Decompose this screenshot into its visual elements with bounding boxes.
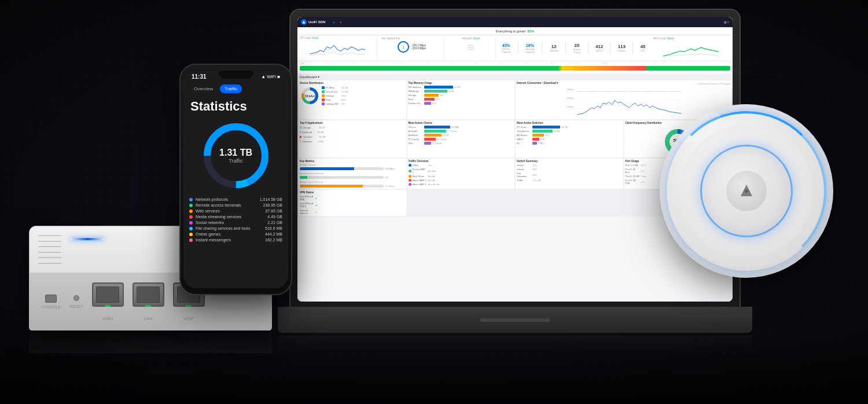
reset-label: RESET xyxy=(69,304,83,308)
as-title: Most Active Switches xyxy=(517,122,622,124)
divider-6 xyxy=(632,42,633,54)
reset-button[interactable] xyxy=(73,295,79,301)
ac-row-4: PC Laptop10 Clients xyxy=(409,138,514,141)
vs-s1: ● xyxy=(315,197,317,200)
lan-port-group: LAN xyxy=(133,282,164,321)
dd-row-2: Tony Room57 GB xyxy=(322,90,348,93)
switch-summary-panel: Switch Summary Global10 x Clients50% Por… xyxy=(516,159,623,189)
tm-v3: 34% xyxy=(440,94,444,97)
network-status: Good xyxy=(473,37,480,40)
divider-4 xyxy=(588,42,589,54)
tm-v5: 10% xyxy=(432,102,437,105)
dd-content: 33 kArr IP Office91 GB Tony Room57 GB St… xyxy=(300,86,405,106)
dd-val-2: 57 GB xyxy=(341,90,348,93)
svg-marker-0 xyxy=(303,21,306,24)
to-v5: Ann 2h abc xyxy=(428,183,440,186)
tm-b4 xyxy=(424,98,435,101)
metric-iot-label: IoT xyxy=(640,49,645,52)
phone-traffic-label: Traffic xyxy=(219,158,252,164)
to-row-5: Macro MBP 2 Ann 2h abc xyxy=(409,183,514,186)
timeline-bar xyxy=(300,66,730,71)
metric-iot: 45 IoT xyxy=(640,44,645,52)
ta-val-4: 8 GB xyxy=(318,140,323,143)
metric-ap: 20 AccessPoints xyxy=(573,43,581,54)
km-row-2: 9% xyxy=(300,176,405,179)
to-l3: Back Room xyxy=(413,175,427,178)
top-apps-panel: Top 5 Applications G Google 22 GT f Face… xyxy=(299,120,406,157)
pu-v3: 3 xxx xyxy=(641,175,646,178)
tm-row-3: Storage34% xyxy=(409,94,514,97)
router-led-top xyxy=(70,238,105,240)
status-text: Everything is great! xyxy=(496,30,525,33)
tm-row-2: NM Arrays33 kB xyxy=(409,90,514,93)
vs-s2: ● xyxy=(315,204,317,207)
to-v2: Ann Abc xyxy=(428,170,437,172)
to-v1: 5 xx xyxy=(428,164,432,167)
nav-item-2[interactable]: ≡ xyxy=(338,20,343,24)
as-row-2: Tony Annex34 AB xyxy=(517,130,622,133)
as-b1 xyxy=(532,126,560,128)
ap-ring2 xyxy=(700,145,793,237)
access-point xyxy=(660,104,833,278)
tl-14: 2 xyxy=(631,63,632,65)
battery-icon: ■ xyxy=(277,74,280,79)
key-metrics-panel: Key Metrics Average Capacity 500 Mbps Av… xyxy=(299,159,406,189)
km-eff-label: Average Switch Efficiency xyxy=(300,181,405,183)
top-right-info: ▦ ≡ xyxy=(724,20,729,24)
phone-body: 11:31 ▲ WiFi ■ Overview Traffic Statisti… xyxy=(179,64,292,295)
tab-overview[interactable]: Overview xyxy=(189,85,218,93)
ac-v5: 22 Clients xyxy=(432,142,443,145)
traffic-name-5: Social networks xyxy=(196,221,264,225)
traffic-item-6: File sharing services and tools 516.6 MB xyxy=(189,226,282,230)
km-title: Key Metrics xyxy=(300,160,405,163)
voip-label: VOIP xyxy=(183,316,194,321)
ta-row-3: ▶ YouTube 12 GB xyxy=(300,135,405,138)
ac-v4: 10 Clients xyxy=(437,138,447,141)
ap-logo-svg xyxy=(738,182,755,200)
metric-internet-label: InternetCapacity xyxy=(502,47,511,53)
wifi-load-panel: Wi-Fi Load: Good xyxy=(652,36,730,60)
traffic-val-2: 238.95 GB xyxy=(263,203,282,207)
traffic-dot-3 xyxy=(189,210,193,213)
ss-l3: Port Utilization xyxy=(517,172,531,178)
wifi-icon: WiFi xyxy=(267,74,276,79)
tm-title: Top Memory Usage xyxy=(409,82,514,85)
tab-traffic[interactable]: Traffic xyxy=(220,85,242,93)
vent-1 xyxy=(38,235,61,236)
ac-v2: 27 Clients xyxy=(447,130,458,133)
ap-ring1 xyxy=(680,124,813,258)
vent-4 xyxy=(38,252,61,253)
tl-16: 4 xyxy=(680,63,681,65)
phone-screen: 11:31 ▲ WiFi ■ Overview Traffic Statisti… xyxy=(183,71,288,288)
phone-donut-text: 1.31 TB Traffic xyxy=(219,148,252,164)
dashboard-label: Dashboard ▾ xyxy=(297,74,733,79)
tl-7: 7 xyxy=(451,63,453,65)
metric-clients: 412 Clients xyxy=(595,44,603,52)
km-v2: 9% xyxy=(385,176,388,179)
dd-val-5: 3% xyxy=(341,102,345,105)
device-distribution-panel: Device Distribution 33 kArr IP Office91 … xyxy=(299,80,406,119)
traffic-val-7: 444.2 MB xyxy=(265,232,282,236)
active-switches-panel: Most Active Switches PC Class44 PA Tony … xyxy=(516,120,623,157)
metric-ap-val: 20 xyxy=(573,43,581,48)
ta-list: G Google 22 GT f Facebook 18 GB ▶ xyxy=(300,126,405,143)
tm-row-1: HD Skeleton52 PA xyxy=(409,86,514,89)
ap-center xyxy=(726,171,767,211)
tl-3: 3 xyxy=(352,63,354,65)
ss-row-1: Global10 x xyxy=(517,164,622,167)
tm-b5 xyxy=(424,102,431,105)
nav-item-1[interactable]: ● xyxy=(331,20,336,24)
as-l3: MV Annex xyxy=(517,134,531,137)
traffic-overview-panel: Traffic Overview Office 5 xx Rooms MBP 2… xyxy=(407,159,515,189)
isp-chart-svg xyxy=(300,40,375,57)
dd-row-3: Storage34% xyxy=(322,94,348,97)
ac-b2 xyxy=(424,130,446,133)
tl-11: 11 xyxy=(551,63,553,65)
metric-guests-val: 113 xyxy=(618,44,626,49)
top-memory-panel: Top Memory Usage HD Skeleton52 PA NM Arr… xyxy=(407,80,515,119)
router-vent xyxy=(38,235,61,264)
to-dot-5 xyxy=(409,183,411,186)
as-v1: 44 PA xyxy=(561,126,568,128)
vent-6 xyxy=(38,263,61,264)
ta-row-1: G Google 22 GT xyxy=(300,126,405,129)
